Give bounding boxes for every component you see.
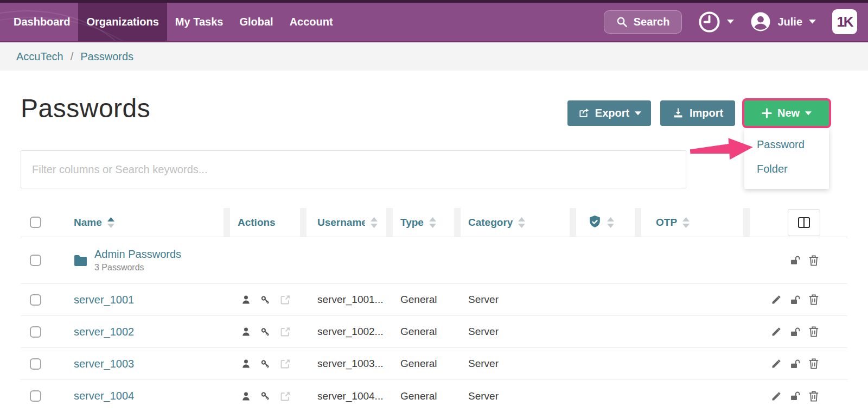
unlock-icon bbox=[789, 255, 801, 266]
export-label: Export bbox=[595, 107, 629, 119]
key-icon bbox=[260, 326, 271, 338]
delete-button[interactable] bbox=[808, 358, 819, 370]
breadcrumb-separator: / bbox=[71, 50, 74, 63]
app-screen: Dashboard Organizations My Tasks Global … bbox=[0, 0, 868, 418]
main-nav: Dashboard Organizations My Tasks Global … bbox=[0, 3, 341, 41]
delete-button[interactable] bbox=[808, 326, 819, 338]
sort-icon bbox=[518, 217, 525, 228]
username-value: server_1001... bbox=[317, 294, 383, 306]
app-logo: 1K bbox=[832, 9, 857, 34]
menu-item-password[interactable]: Password bbox=[744, 132, 829, 157]
chevron-down-icon bbox=[809, 20, 816, 24]
passwords-table: Name Actions Username Type bbox=[21, 208, 847, 412]
unlock-icon bbox=[789, 358, 801, 370]
nav-item-account[interactable]: Account bbox=[282, 3, 341, 41]
username-value: server_1002... bbox=[317, 326, 383, 338]
unlock-button[interactable] bbox=[789, 294, 801, 306]
breadcrumb-current-page: Passwords bbox=[80, 50, 133, 63]
user-icon bbox=[241, 358, 251, 369]
external-link-icon bbox=[280, 294, 291, 305]
unlock-icon bbox=[789, 294, 801, 306]
open-link-button[interactable] bbox=[280, 326, 291, 337]
delete-button[interactable] bbox=[808, 390, 819, 402]
search-icon bbox=[616, 16, 628, 28]
edit-button[interactable] bbox=[771, 326, 782, 337]
copy-username-button[interactable] bbox=[241, 358, 251, 369]
search-button[interactable]: Search bbox=[604, 10, 682, 34]
shield-check-icon bbox=[588, 215, 602, 230]
pencil-icon bbox=[771, 391, 782, 402]
external-link-icon bbox=[280, 358, 291, 369]
password-link[interactable]: server_1001 bbox=[74, 294, 134, 306]
columns-toggle-icon bbox=[797, 217, 810, 229]
user-menu[interactable]: Julie bbox=[750, 11, 816, 32]
column-header-type[interactable]: Type bbox=[393, 208, 454, 237]
row-checkbox[interactable] bbox=[30, 255, 41, 266]
nav-item-dashboard[interactable]: Dashboard bbox=[5, 3, 78, 41]
copy-username-button[interactable] bbox=[241, 326, 251, 337]
chevron-down-icon bbox=[727, 20, 734, 24]
unlock-button[interactable] bbox=[789, 390, 801, 402]
import-button[interactable]: Import bbox=[660, 100, 735, 126]
username-value: server_1003... bbox=[317, 358, 383, 370]
open-link-button[interactable] bbox=[280, 358, 291, 369]
delete-button[interactable] bbox=[808, 255, 819, 267]
copy-password-button[interactable] bbox=[260, 358, 271, 370]
column-header-category[interactable]: Category bbox=[461, 208, 570, 237]
menu-item-folder[interactable]: Folder bbox=[744, 157, 829, 181]
delete-button[interactable] bbox=[808, 294, 819, 306]
type-value: General bbox=[400, 326, 437, 338]
export-button[interactable]: Export bbox=[567, 100, 651, 126]
select-all-checkbox[interactable] bbox=[30, 217, 41, 228]
external-link-icon bbox=[280, 391, 291, 402]
nav-item-my-tasks[interactable]: My Tasks bbox=[167, 3, 232, 41]
type-value: General bbox=[400, 358, 437, 370]
folder-link[interactable]: Admin Passwords bbox=[94, 248, 181, 261]
new-label: New bbox=[777, 107, 800, 119]
column-header-username[interactable]: Username bbox=[307, 208, 386, 237]
column-header-otp[interactable]: OTP bbox=[641, 208, 743, 237]
row-checkbox[interactable] bbox=[30, 358, 41, 370]
user-icon bbox=[241, 326, 251, 337]
key-icon bbox=[260, 390, 271, 402]
copy-username-button[interactable] bbox=[241, 391, 251, 402]
breadcrumb-org-link[interactable]: AccuTech bbox=[16, 50, 63, 63]
history-menu[interactable] bbox=[698, 11, 734, 33]
search-label: Search bbox=[634, 16, 670, 28]
open-link-button[interactable] bbox=[280, 391, 291, 402]
app-logo-text: 1K bbox=[837, 14, 852, 30]
row-checkbox[interactable] bbox=[30, 326, 41, 338]
new-button[interactable]: New bbox=[744, 100, 829, 126]
category-value: Server bbox=[468, 358, 499, 370]
copy-password-button[interactable] bbox=[260, 294, 271, 306]
filter-search-input[interactable] bbox=[21, 150, 686, 188]
copy-username-button[interactable] bbox=[241, 294, 251, 305]
nav-item-global[interactable]: Global bbox=[231, 3, 281, 41]
row-checkbox[interactable] bbox=[30, 390, 41, 402]
column-settings-button[interactable] bbox=[788, 209, 820, 236]
column-label-category: Category bbox=[468, 217, 513, 229]
password-link[interactable]: server_1004 bbox=[74, 390, 134, 402]
external-link-icon bbox=[280, 326, 291, 337]
caret-down-icon bbox=[805, 111, 812, 116]
nav-item-organizations[interactable]: Organizations bbox=[78, 3, 167, 41]
unlock-button[interactable] bbox=[789, 255, 801, 266]
unlock-icon bbox=[789, 326, 801, 338]
copy-password-button[interactable] bbox=[260, 326, 271, 338]
password-link[interactable]: server_1003 bbox=[74, 358, 134, 370]
edit-button[interactable] bbox=[771, 391, 782, 402]
edit-button[interactable] bbox=[771, 294, 782, 305]
edit-button[interactable] bbox=[771, 358, 782, 369]
copy-password-button[interactable] bbox=[260, 390, 271, 402]
open-link-button[interactable] bbox=[280, 294, 291, 305]
column-header-security[interactable] bbox=[576, 208, 635, 237]
table-row: server_1002 bbox=[21, 316, 847, 348]
username-value: server_1004... bbox=[317, 390, 383, 402]
row-checkbox[interactable] bbox=[30, 294, 41, 306]
unlock-button[interactable] bbox=[789, 358, 801, 370]
column-header-name[interactable]: Name bbox=[54, 208, 224, 237]
pencil-icon bbox=[771, 358, 782, 369]
password-link[interactable]: server_1002 bbox=[74, 326, 134, 338]
column-label-name: Name bbox=[74, 217, 102, 229]
unlock-button[interactable] bbox=[789, 326, 801, 338]
